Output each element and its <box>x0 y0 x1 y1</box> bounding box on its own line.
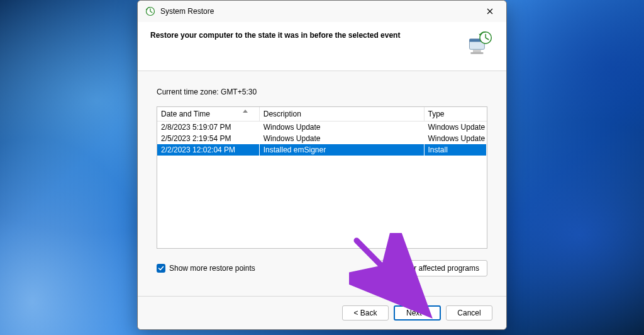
headline: Restore your computer to the state it wa… <box>150 31 400 40</box>
options-row: Show more restore points Scan for affect… <box>157 260 487 276</box>
timezone-label: Current time zone: GMT+5:30 <box>157 88 487 96</box>
scan-affected-button[interactable]: Scan for affected programs <box>380 260 487 276</box>
svg-rect-4 <box>470 52 483 54</box>
header-strip: Restore your computer to the state it wa… <box>138 22 506 71</box>
cell-type: Windows Update <box>424 133 486 144</box>
table-row[interactable]: 2/2/2023 12:02:04 PMInstalled emSignerIn… <box>157 144 487 156</box>
cell-date: 2/8/2023 5:19:07 PM <box>157 122 259 133</box>
system-restore-icon <box>145 6 155 16</box>
close-button[interactable] <box>479 3 501 20</box>
restore-points-table[interactable]: Date and Time Description Type 2/8/2023 … <box>157 106 487 249</box>
svg-rect-3 <box>473 50 481 52</box>
next-button[interactable]: Next > <box>394 305 441 321</box>
col-type[interactable]: Type <box>424 107 486 122</box>
col-date-label: Date and Time <box>161 110 210 118</box>
show-more-label: Show more restore points <box>169 264 255 273</box>
cell-date: 2/2/2023 12:02:04 PM <box>157 144 259 156</box>
cell-desc: Installed emSigner <box>259 144 424 156</box>
cancel-button[interactable]: Cancel <box>446 305 492 321</box>
col-date[interactable]: Date and Time <box>157 107 259 122</box>
cell-date: 2/5/2023 2:19:54 PM <box>157 133 259 144</box>
col-description[interactable]: Description <box>259 107 424 122</box>
cell-desc: Windows Update <box>259 133 424 144</box>
footer: < Back Next > Cancel <box>138 296 506 329</box>
show-more-checkbox[interactable]: Show more restore points <box>157 264 255 273</box>
sort-caret-icon <box>243 110 248 113</box>
back-button[interactable]: < Back <box>342 305 389 321</box>
titlebar: System Restore <box>138 1 506 22</box>
system-restore-dialog: System Restore Restore your computer to … <box>137 0 507 330</box>
dialog-body: Current time zone: GMT+5:30 Date and Tim… <box>138 71 506 296</box>
checkbox-icon <box>157 264 165 273</box>
table-row[interactable]: 2/8/2023 5:19:07 PMWindows UpdateWindows… <box>157 122 487 133</box>
table-row[interactable]: 2/5/2023 2:19:54 PMWindows UpdateWindows… <box>157 133 487 144</box>
cell-type: Windows Update <box>424 122 486 133</box>
cell-desc: Windows Update <box>259 122 424 133</box>
restore-wizard-icon <box>466 31 494 56</box>
window-title: System Restore <box>160 7 479 16</box>
cell-type: Install <box>424 144 486 156</box>
